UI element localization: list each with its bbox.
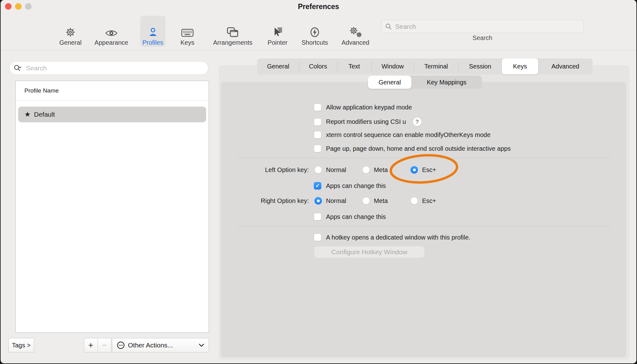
toolbar-label: Appearance: [94, 39, 128, 47]
tab-text[interactable]: Text: [337, 58, 371, 74]
help-button[interactable]: ?: [413, 117, 422, 126]
toolbar-item-keys[interactable]: Keys: [177, 16, 197, 47]
profile-tab-bar: General Colors Text Window Terminal Sess…: [257, 58, 593, 74]
checkbox-label: A hotkey opens a dedicated window with t…: [326, 234, 470, 241]
window-title: Preferences: [1, 3, 636, 11]
preferences-window: Preferences General Appearance Profiles …: [1, 0, 636, 363]
profile-name: Default: [34, 111, 55, 118]
plus-icon: +: [88, 341, 93, 350]
checkbox-label: Apps can change this: [326, 182, 386, 190]
tab-advanced[interactable]: Advanced: [538, 58, 593, 74]
left-apps-can-change-checkbox[interactable]: [314, 182, 321, 190]
tab-label: Advanced: [552, 63, 579, 70]
right-option-normal-radio[interactable]: [314, 197, 322, 205]
toolbar-search-field[interactable]: [381, 20, 584, 33]
double-gear-icon: [349, 26, 362, 38]
scroll-outside-apps-checkbox[interactable]: [314, 145, 321, 152]
windows-icon: [227, 27, 239, 38]
toolbar-label: Profiles: [142, 39, 163, 47]
hotkey-row: A hotkey opens a dedicated window with t…: [314, 234, 470, 241]
toolbar-item-pointer[interactable]: Pointer: [264, 16, 291, 47]
tab-terminal[interactable]: Terminal: [414, 58, 458, 74]
add-profile-button[interactable]: +: [84, 338, 98, 352]
section-divider: [237, 226, 611, 226]
tab-window[interactable]: Window: [371, 58, 414, 74]
left-option-normal-radio[interactable]: [314, 166, 322, 174]
search-icon: [385, 23, 392, 30]
remove-profile-button[interactable]: −: [98, 338, 112, 352]
subtab-label: General: [379, 79, 401, 86]
radio-label: Esc+: [422, 197, 436, 205]
profile-search-input[interactable]: [25, 64, 196, 72]
checkbox-row: Report modifiers using CSI u ?: [314, 117, 422, 126]
toolbar-item-advanced[interactable]: Advanced: [339, 16, 372, 47]
checkbox-label: xterm control sequence can enable modify…: [326, 131, 491, 139]
right-option-meta: Meta: [362, 197, 388, 205]
right-apps-can-change-checkbox[interactable]: [314, 213, 321, 220]
tab-label: Text: [349, 63, 360, 70]
star-icon: ★: [24, 110, 31, 119]
other-actions-dropdown[interactable]: Other Actions...: [112, 338, 209, 352]
subtab-key-mappings[interactable]: Key Mappings: [411, 76, 482, 89]
toolbar-label: Shortcuts: [302, 39, 328, 47]
right-option-meta-radio[interactable]: [362, 197, 370, 205]
checkbox-row: Page up, page down, home and end scroll …: [314, 145, 511, 152]
toolbar-divider: [1, 50, 636, 50]
checkbox-label: Report modifiers using CSI u: [326, 118, 406, 125]
toolbar-label: Advanced: [342, 39, 369, 47]
radio-label: Normal: [326, 166, 346, 174]
checkbox-label: Page up, page down, home and end scroll …: [326, 145, 511, 152]
hotkey-window-checkbox[interactable]: [314, 234, 321, 241]
lightning-icon: [309, 27, 320, 38]
configure-hotkey-window-button: Configure Hotkey Window: [314, 246, 425, 258]
left-option-meta-radio[interactable]: [362, 166, 370, 174]
right-option-key-label: Right Option key:: [231, 197, 309, 205]
subtab-general[interactable]: General: [368, 76, 411, 89]
toolbar-search-caption: Search: [381, 34, 584, 42]
right-apps-row: Apps can change this: [314, 213, 386, 220]
toolbar-item-shortcuts[interactable]: Shortcuts: [298, 16, 331, 47]
toolbar-label: Keys: [181, 39, 194, 47]
profile-search-field[interactable]: [9, 61, 208, 75]
profile-list: Profile Name ★ Default: [15, 81, 209, 333]
toolbar-search-input[interactable]: [395, 23, 571, 31]
tab-label: Terminal: [424, 63, 448, 70]
left-option-esc: Esc+: [410, 166, 436, 174]
right-option-esc: Esc+: [410, 197, 436, 205]
toolbar-label: Pointer: [268, 39, 287, 47]
radio-label: Esc+: [422, 166, 436, 174]
right-option-esc-radio[interactable]: [410, 197, 418, 205]
radio-label: Meta: [374, 166, 388, 174]
checkbox-label: Allow application keypad mode: [326, 104, 412, 111]
gear-icon: [65, 27, 76, 38]
tab-general[interactable]: General: [257, 58, 299, 74]
tags-button[interactable]: Tags >: [8, 338, 34, 352]
allow-keypad-checkbox[interactable]: [314, 104, 321, 111]
left-option-normal: Normal: [314, 166, 346, 174]
search-menu-icon: [14, 64, 23, 72]
eye-icon: [105, 29, 118, 38]
tab-session[interactable]: Session: [458, 58, 502, 74]
csi-u-checkbox[interactable]: [314, 118, 321, 126]
modify-other-keys-checkbox[interactable]: [314, 131, 321, 139]
left-option-esc-radio[interactable]: [410, 166, 418, 174]
toolbar-item-general[interactable]: General: [56, 16, 85, 47]
left-apps-row: Apps can change this: [314, 182, 386, 190]
tab-label: Window: [381, 63, 404, 70]
left-option-meta: Meta: [362, 166, 388, 174]
checkbox-row: xterm control sequence can enable modify…: [314, 131, 491, 139]
checkbox-row: Allow application keypad mode: [314, 104, 412, 111]
subtab-label: Key Mappings: [427, 79, 466, 86]
toolbar-item-profiles[interactable]: Profiles: [140, 16, 166, 47]
cursor-icon: [272, 27, 283, 38]
tags-button-label: Tags >: [12, 342, 30, 349]
section-divider: [237, 158, 611, 158]
left-option-key-label: Left Option key:: [231, 166, 309, 174]
tab-colors[interactable]: Colors: [299, 58, 337, 74]
tab-keys[interactable]: Keys: [502, 58, 538, 74]
chevron-down-icon: [199, 343, 204, 347]
profile-list-header: Profile Name: [24, 87, 59, 94]
toolbar-item-arrangements[interactable]: Arrangements: [209, 16, 257, 47]
profile-row-default[interactable]: ★ Default: [18, 107, 206, 122]
toolbar-item-appearance[interactable]: Appearance: [93, 16, 130, 47]
